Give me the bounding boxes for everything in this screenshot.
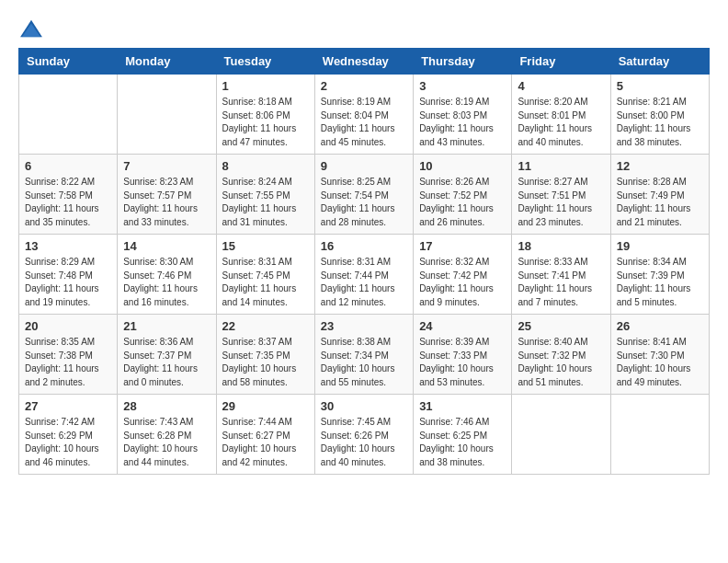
- calendar-cell: 2Sunrise: 8:19 AM Sunset: 8:04 PM Daylig…: [314, 75, 413, 155]
- day-info: Sunrise: 8:33 AM Sunset: 7:41 PM Dayligh…: [518, 256, 604, 309]
- calendar-cell: 24Sunrise: 8:39 AM Sunset: 7:33 PM Dayli…: [414, 315, 512, 395]
- day-number: 13: [25, 239, 111, 253]
- day-info: Sunrise: 8:38 AM Sunset: 7:34 PM Dayligh…: [321, 336, 407, 389]
- calendar-cell: 26Sunrise: 8:41 AM Sunset: 7:30 PM Dayli…: [610, 315, 709, 395]
- day-info: Sunrise: 8:34 AM Sunset: 7:39 PM Dayligh…: [617, 256, 703, 309]
- calendar-cell: 19Sunrise: 8:34 AM Sunset: 7:39 PM Dayli…: [610, 235, 709, 315]
- weekday-header-wednesday: Wednesday: [314, 49, 413, 75]
- calendar-cell: [118, 75, 216, 155]
- logo-icon: [18, 18, 44, 39]
- day-number: 17: [419, 239, 506, 253]
- day-number: 21: [123, 319, 210, 333]
- calendar-cell: 14Sunrise: 8:30 AM Sunset: 7:46 PM Dayli…: [118, 235, 216, 315]
- calendar-cell: 15Sunrise: 8:31 AM Sunset: 7:45 PM Dayli…: [216, 235, 314, 315]
- calendar-cell: 28Sunrise: 7:43 AM Sunset: 6:28 PM Dayli…: [118, 395, 216, 475]
- weekday-header-sunday: Sunday: [19, 49, 118, 75]
- calendar-cell: 23Sunrise: 8:38 AM Sunset: 7:34 PM Dayli…: [314, 315, 413, 395]
- day-number: 6: [25, 159, 111, 173]
- day-info: Sunrise: 8:25 AM Sunset: 7:54 PM Dayligh…: [321, 176, 407, 229]
- day-number: 10: [419, 159, 506, 173]
- day-number: 26: [617, 319, 703, 333]
- weekday-header-monday: Monday: [118, 49, 216, 75]
- calendar-cell: 20Sunrise: 8:35 AM Sunset: 7:38 PM Dayli…: [19, 315, 118, 395]
- day-info: Sunrise: 7:42 AM Sunset: 6:29 PM Dayligh…: [25, 416, 111, 469]
- day-info: Sunrise: 8:27 AM Sunset: 7:51 PM Dayligh…: [518, 176, 604, 229]
- day-info: Sunrise: 8:41 AM Sunset: 7:30 PM Dayligh…: [617, 336, 703, 389]
- day-number: 7: [123, 159, 210, 173]
- day-info: Sunrise: 8:32 AM Sunset: 7:42 PM Dayligh…: [419, 256, 506, 309]
- calendar-cell: 18Sunrise: 8:33 AM Sunset: 7:41 PM Dayli…: [512, 235, 610, 315]
- weekday-header-row: SundayMondayTuesdayWednesdayThursdayFrid…: [19, 49, 710, 75]
- day-number: 4: [518, 79, 604, 93]
- day-number: 23: [321, 319, 407, 333]
- day-number: 29: [222, 399, 309, 413]
- calendar-cell: 16Sunrise: 8:31 AM Sunset: 7:44 PM Dayli…: [314, 235, 413, 315]
- calendar-cell: 3Sunrise: 8:19 AM Sunset: 8:03 PM Daylig…: [414, 75, 512, 155]
- header: [18, 18, 710, 39]
- day-info: Sunrise: 8:30 AM Sunset: 7:46 PM Dayligh…: [123, 256, 210, 309]
- calendar-week-2: 6Sunrise: 8:22 AM Sunset: 7:58 PM Daylig…: [19, 155, 710, 235]
- calendar-cell: 12Sunrise: 8:28 AM Sunset: 7:49 PM Dayli…: [610, 155, 709, 235]
- day-number: 15: [222, 239, 309, 253]
- day-number: 12: [617, 159, 703, 173]
- calendar-week-1: 1Sunrise: 8:18 AM Sunset: 8:06 PM Daylig…: [19, 75, 710, 155]
- day-number: 3: [419, 79, 506, 93]
- calendar-cell: 31Sunrise: 7:46 AM Sunset: 6:25 PM Dayli…: [414, 395, 512, 475]
- calendar-cell: 9Sunrise: 8:25 AM Sunset: 7:54 PM Daylig…: [314, 155, 413, 235]
- calendar-cell: 5Sunrise: 8:21 AM Sunset: 8:00 PM Daylig…: [610, 75, 709, 155]
- day-number: 1: [222, 79, 309, 93]
- weekday-header-friday: Friday: [512, 49, 610, 75]
- calendar-cell: 29Sunrise: 7:44 AM Sunset: 6:27 PM Dayli…: [216, 395, 314, 475]
- calendar-cell: [512, 395, 610, 475]
- day-info: Sunrise: 8:31 AM Sunset: 7:44 PM Dayligh…: [321, 256, 407, 309]
- calendar-cell: 10Sunrise: 8:26 AM Sunset: 7:52 PM Dayli…: [414, 155, 512, 235]
- day-number: 25: [518, 319, 604, 333]
- calendar-cell: 7Sunrise: 8:23 AM Sunset: 7:57 PM Daylig…: [118, 155, 216, 235]
- day-info: Sunrise: 8:31 AM Sunset: 7:45 PM Dayligh…: [222, 256, 309, 309]
- day-number: 18: [518, 239, 604, 253]
- day-number: 16: [321, 239, 407, 253]
- calendar-week-5: 27Sunrise: 7:42 AM Sunset: 6:29 PM Dayli…: [19, 395, 710, 475]
- day-info: Sunrise: 8:28 AM Sunset: 7:49 PM Dayligh…: [617, 176, 703, 229]
- day-number: 24: [419, 319, 506, 333]
- day-info: Sunrise: 8:20 AM Sunset: 8:01 PM Dayligh…: [518, 96, 604, 149]
- day-number: 22: [222, 319, 309, 333]
- logo: [18, 18, 48, 39]
- calendar: SundayMondayTuesdayWednesdayThursdayFrid…: [18, 48, 710, 475]
- calendar-cell: 11Sunrise: 8:27 AM Sunset: 7:51 PM Dayli…: [512, 155, 610, 235]
- day-info: Sunrise: 8:24 AM Sunset: 7:55 PM Dayligh…: [222, 176, 309, 229]
- day-number: 30: [321, 399, 407, 413]
- day-info: Sunrise: 8:19 AM Sunset: 8:03 PM Dayligh…: [419, 96, 506, 149]
- calendar-cell: [610, 395, 709, 475]
- weekday-header-tuesday: Tuesday: [216, 49, 314, 75]
- calendar-week-3: 13Sunrise: 8:29 AM Sunset: 7:48 PM Dayli…: [19, 235, 710, 315]
- day-info: Sunrise: 8:19 AM Sunset: 8:04 PM Dayligh…: [321, 96, 407, 149]
- day-info: Sunrise: 8:29 AM Sunset: 7:48 PM Dayligh…: [25, 256, 111, 309]
- day-number: 31: [419, 399, 506, 413]
- day-info: Sunrise: 8:18 AM Sunset: 8:06 PM Dayligh…: [222, 96, 309, 149]
- calendar-cell: 22Sunrise: 8:37 AM Sunset: 7:35 PM Dayli…: [216, 315, 314, 395]
- calendar-cell: 30Sunrise: 7:45 AM Sunset: 6:26 PM Dayli…: [314, 395, 413, 475]
- calendar-cell: 1Sunrise: 8:18 AM Sunset: 8:06 PM Daylig…: [216, 75, 314, 155]
- day-number: 19: [617, 239, 703, 253]
- day-number: 27: [25, 399, 111, 413]
- day-info: Sunrise: 8:21 AM Sunset: 8:00 PM Dayligh…: [617, 96, 703, 149]
- day-number: 11: [518, 159, 604, 173]
- calendar-cell: 6Sunrise: 8:22 AM Sunset: 7:58 PM Daylig…: [19, 155, 118, 235]
- day-number: 2: [321, 79, 407, 93]
- day-number: 28: [123, 399, 210, 413]
- day-info: Sunrise: 8:37 AM Sunset: 7:35 PM Dayligh…: [222, 336, 309, 389]
- day-info: Sunrise: 7:45 AM Sunset: 6:26 PM Dayligh…: [321, 416, 407, 469]
- weekday-header-saturday: Saturday: [610, 49, 709, 75]
- day-info: Sunrise: 8:35 AM Sunset: 7:38 PM Dayligh…: [25, 336, 111, 389]
- day-number: 9: [321, 159, 407, 173]
- day-info: Sunrise: 7:46 AM Sunset: 6:25 PM Dayligh…: [419, 416, 506, 469]
- weekday-header-thursday: Thursday: [414, 49, 512, 75]
- calendar-cell: [19, 75, 118, 155]
- day-number: 20: [25, 319, 111, 333]
- calendar-cell: 25Sunrise: 8:40 AM Sunset: 7:32 PM Dayli…: [512, 315, 610, 395]
- calendar-cell: 17Sunrise: 8:32 AM Sunset: 7:42 PM Dayli…: [414, 235, 512, 315]
- day-info: Sunrise: 8:40 AM Sunset: 7:32 PM Dayligh…: [518, 336, 604, 389]
- calendar-cell: 4Sunrise: 8:20 AM Sunset: 8:01 PM Daylig…: [512, 75, 610, 155]
- day-info: Sunrise: 8:39 AM Sunset: 7:33 PM Dayligh…: [419, 336, 506, 389]
